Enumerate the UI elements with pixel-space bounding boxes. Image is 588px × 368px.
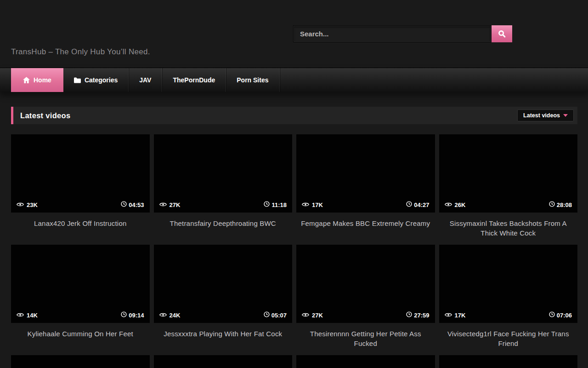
video-thumbnail: 27K 11:18 [154, 134, 293, 213]
search-bar [293, 25, 512, 42]
video-title: Kyliehaale Cumming On Her Feet [15, 329, 146, 339]
video-thumbnail [296, 355, 435, 368]
folder-icon [74, 77, 81, 83]
video-card[interactable]: 17K 07:06 Vivisectedg1rl Face Fucking He… [439, 245, 578, 355]
video-thumbnail: 23K 04:53 [11, 134, 150, 213]
video-stats: 23K 04:53 [17, 201, 144, 208]
video-stats: 24K 05:07 [159, 311, 287, 319]
video-card[interactable]: 23K 04:53 Lanax420 Jerk Off Instruction [11, 134, 150, 245]
sort-dropdown[interactable]: Latest videos [517, 109, 574, 121]
page: TransHub – The Only Hub You’ll Need. H [0, 0, 588, 368]
video-card[interactable] [296, 355, 435, 368]
clock-icon [121, 201, 127, 208]
duration-value: 11:18 [271, 201, 287, 208]
clock-icon [121, 311, 127, 319]
nav-item-porn-sites[interactable]: Porn Sites [226, 68, 279, 92]
section-title: Latest videos [20, 111, 70, 120]
video-title: Vivisectedg1rl Face Fucking Her Trans Fr… [443, 329, 574, 348]
duration-value: 07:06 [557, 312, 572, 319]
clock-icon [264, 311, 270, 319]
duration-stat: 04:53 [121, 201, 144, 208]
clock-icon [264, 201, 270, 208]
nav-item-label: Porn Sites [237, 76, 268, 84]
duration-value: 09:14 [129, 312, 144, 319]
views-stat: 26K [445, 201, 466, 208]
duration-value: 28:08 [557, 201, 572, 208]
duration-value: 27:59 [414, 312, 429, 319]
duration-stat: 07:06 [549, 311, 572, 319]
duration-value: 04:27 [414, 201, 429, 208]
views-count: 27K [170, 201, 181, 208]
video-card[interactable] [154, 355, 293, 368]
search-input[interactable] [293, 25, 492, 42]
video-title: Femgape Makes BBC Extremely Creamy [300, 218, 431, 228]
duration-stat: 11:18 [264, 201, 287, 208]
eye-icon [17, 312, 24, 319]
video-card[interactable] [439, 355, 578, 368]
chevron-down-icon [563, 114, 568, 117]
nav-item-theporndude[interactable]: ThePornDude [162, 68, 226, 92]
video-thumbnail: 17K 04:27 [296, 134, 435, 213]
video-card[interactable]: 17K 04:27 Femgape Makes BBC Extremely Cr… [296, 134, 435, 245]
nav-item-home[interactable]: Home [11, 68, 63, 92]
eye-icon [159, 201, 167, 208]
eye-icon [302, 201, 309, 208]
views-count: 24K [170, 312, 181, 319]
video-title: Lanax420 Jerk Off Instruction [15, 218, 146, 228]
video-card[interactable]: 27K 11:18 Thetransfairy Deepthroating BW… [154, 134, 293, 245]
views-count: 17K [455, 312, 466, 319]
video-stats: 26K 28:08 [445, 201, 572, 208]
nav-item-jav[interactable]: JAV [129, 68, 162, 92]
header: TransHub – The Only Hub You’ll Need. [0, 0, 588, 68]
section-header: Latest videos Latest videos [11, 107, 577, 124]
clock-icon [406, 311, 412, 319]
video-title: Sissymaxinl Takes Backshots From A Thick… [443, 218, 574, 238]
video-stats: 27K 27:59 [302, 311, 430, 319]
video-title: Thetransfairy Deepthroating BWC [158, 218, 289, 228]
video-stats: 17K 07:06 [445, 311, 572, 319]
site-tagline: TransHub – The Only Hub You’ll Need. [11, 47, 150, 57]
views-stat: 27K [302, 312, 323, 319]
search-icon [498, 30, 506, 38]
views-stat: 17K [445, 312, 466, 319]
views-stat: 27K [159, 201, 181, 208]
nav-item-label: JAV [139, 76, 151, 84]
eye-icon [17, 201, 24, 208]
duration-stat: 28:08 [549, 201, 572, 208]
eye-icon [445, 201, 452, 208]
home-icon [23, 77, 30, 83]
duration-stat: 27:59 [406, 311, 429, 319]
video-card[interactable] [11, 355, 150, 368]
duration-stat: 05:07 [264, 311, 287, 319]
video-card[interactable]: 24K 05:07 Jessxxxtra Playing With Her Fa… [154, 245, 293, 355]
video-card[interactable]: 14K 09:14 Kyliehaale Cumming On Her Feet [11, 245, 150, 355]
nav-item-label: ThePornDude [173, 76, 215, 84]
clock-icon [549, 311, 555, 319]
video-card[interactable]: 27K 27:59 Thesirennnn Getting Her Petite… [296, 245, 435, 355]
video-thumbnail: 27K 27:59 [296, 245, 435, 323]
video-card[interactable]: 26K 28:08 Sissymaxinl Takes Backshots Fr… [439, 134, 578, 245]
video-thumbnail: 17K 07:06 [439, 245, 578, 323]
nav-item-label: Categories [85, 76, 118, 84]
video-thumbnail [439, 355, 578, 368]
nav-item-categories[interactable]: Categories [63, 68, 129, 92]
views-count: 14K [27, 312, 38, 319]
video-stats: 27K 11:18 [159, 201, 287, 208]
duration-value: 04:53 [129, 201, 144, 208]
views-stat: 23K [17, 201, 38, 208]
duration-value: 05:07 [271, 312, 287, 319]
main-nav: Home Categories JAV ThePornDude Porn Sit… [0, 68, 588, 92]
views-stat: 14K [17, 312, 38, 319]
views-count: 27K [312, 312, 323, 319]
views-stat: 24K [159, 312, 181, 319]
duration-stat: 09:14 [121, 311, 144, 319]
video-title: Jessxxxtra Playing With Her Fat Cock [158, 329, 289, 339]
video-title: Thesirennnn Getting Her Petite Ass Fucke… [300, 329, 431, 348]
views-count: 23K [27, 201, 38, 208]
views-count: 26K [455, 201, 466, 208]
clock-icon [549, 201, 555, 208]
duration-stat: 04:27 [406, 201, 429, 208]
video-thumbnail: 26K 28:08 [439, 134, 578, 213]
search-button[interactable] [492, 25, 512, 42]
video-thumbnail: 14K 09:14 [11, 245, 150, 323]
